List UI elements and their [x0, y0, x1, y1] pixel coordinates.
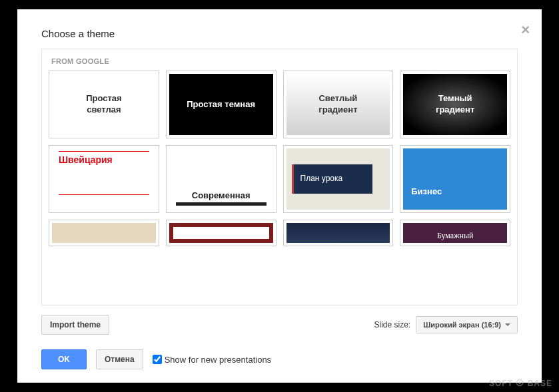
theme-label: План урока	[292, 164, 373, 194]
theme-label	[286, 223, 390, 243]
theme-dark-gradient[interactable]: Темныйградиент	[400, 71, 510, 138]
theme-label: Бизнес	[403, 148, 507, 210]
theme-modern[interactable]: Современная	[166, 145, 277, 213]
theme-label: Швейцария	[52, 148, 156, 210]
theme-navy[interactable]	[283, 220, 394, 246]
watermark: SOFT ⦿ BASE	[489, 379, 552, 388]
theme-label: Простаясветлая	[52, 74, 156, 135]
dialog-title: Choose a theme	[17, 9, 542, 49]
theme-beige[interactable]	[49, 220, 159, 246]
theme-paper[interactable]: Бумажный	[400, 220, 510, 246]
theme-swiss[interactable]: Швейцария	[49, 145, 159, 213]
theme-label	[169, 223, 273, 243]
close-icon[interactable]: ×	[521, 23, 530, 37]
theme-grid-row3: Бумажный	[49, 220, 510, 246]
theme-light-gradient[interactable]: Светлыйградиент	[283, 71, 394, 138]
slide-size-value: Широкий экран (16:9)	[423, 321, 501, 329]
theme-redborder[interactable]	[166, 220, 277, 246]
theme-simple-dark[interactable]: Простая темная	[166, 71, 277, 138]
theme-label: Простая темная	[169, 74, 273, 135]
theme-label: Темныйградиент	[403, 74, 507, 135]
theme-business[interactable]: Бизнес	[400, 145, 510, 213]
dialog-footer: Import theme Slide size: Широкий экран (…	[17, 305, 542, 383]
cancel-button[interactable]: Отмена	[96, 349, 143, 369]
section-label-from-google: FROM GOOGLE	[42, 49, 517, 71]
theme-panel: FROM GOOGLE Простаясветлая Простая темна…	[41, 49, 518, 305]
theme-label: Современная	[169, 148, 273, 210]
theme-simple-light[interactable]: Простаясветлая	[49, 71, 159, 138]
slide-size-control: Slide size: Широкий экран (16:9)	[374, 316, 518, 333]
show-for-new-label: Show for new presentations	[165, 355, 271, 365]
theme-scroll-area[interactable]: Простаясветлая Простая темная Светлыйгра…	[42, 71, 517, 305]
theme-label	[52, 223, 156, 243]
slide-size-label: Slide size:	[374, 320, 410, 329]
import-theme-button[interactable]: Import theme	[41, 315, 109, 335]
slide-size-dropdown[interactable]: Широкий экран (16:9)	[416, 316, 518, 333]
theme-label: Светлыйградиент	[286, 74, 390, 135]
show-for-new-checkbox-wrap[interactable]: Show for new presentations	[153, 355, 271, 365]
show-for-new-checkbox[interactable]	[153, 355, 162, 364]
theme-chooser-dialog: × Choose a theme FROM GOOGLE Простаясвет…	[17, 9, 542, 383]
ok-button[interactable]: OK	[41, 349, 87, 369]
theme-lesson[interactable]: План урока	[283, 145, 394, 213]
theme-grid: Простаясветлая Простая темная Светлыйгра…	[49, 71, 510, 213]
theme-label: Бумажный	[403, 223, 507, 243]
